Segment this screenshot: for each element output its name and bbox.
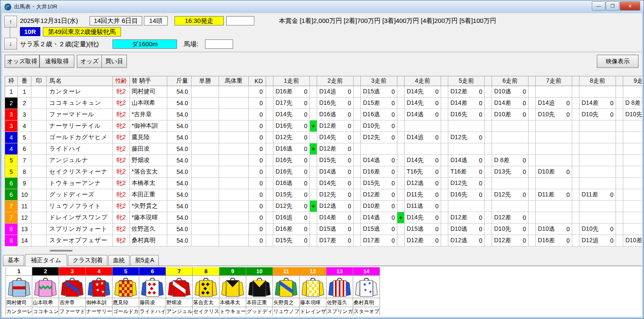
cell-jockey: 野畑凌 (130, 155, 167, 166)
cell-run (623, 143, 642, 155)
table-row[interactable]: 813スプリンガフォート牝2佐野遥久54.00D16差0D15逃0D15逃0D1… (5, 224, 642, 235)
tab-class-betsu[interactable]: クラス別着 (68, 255, 107, 266)
svg-text:◆: ◆ (148, 290, 152, 295)
race-nav-up-button[interactable]: ↑ (4, 16, 17, 28)
table-row[interactable]: 610グッドディーズ牝2本田正重54.00D15先0D12先0D12差0D11先… (5, 189, 642, 201)
table-row[interactable]: 34ナーサリーテイル牝2*御神本訓54.00D16先0+D12差0D10先0 (5, 120, 642, 132)
tab-hosei-time[interactable]: 補正タイム (25, 254, 67, 266)
race-nav-down-button[interactable]: ↓ (4, 38, 17, 50)
cell-horse-name: ライドハイ (47, 143, 113, 155)
cell-run-sep (529, 224, 536, 235)
tab-ketto[interactable]: 血統 (108, 255, 129, 266)
silk-jockey-name: 佐野遥久 (326, 298, 353, 307)
cell-body-weight (219, 212, 249, 224)
col-header-sep (485, 76, 492, 86)
cell-mark (31, 166, 47, 178)
cell-run (536, 143, 572, 155)
cell-kd: 0 (249, 143, 266, 155)
cell-kd: 0 (249, 120, 266, 132)
kaime-button[interactable]: 買い目 (101, 55, 127, 68)
silk-image (59, 276, 85, 298)
odds-button[interactable]: オッズ (77, 55, 102, 68)
minimize-button[interactable]: — (592, 1, 605, 11)
table-row[interactable]: 58セイクリスティーナ牝2*落合玄太54.00D16先0D14逃0D16差0T1… (5, 166, 642, 178)
flash-fetch-button[interactable]: 速報取得 (39, 55, 74, 68)
table-row[interactable]: 711リュウノフライト牝2*矢野貴之54.00D12先0+D12逃0D10差0D… (5, 201, 642, 212)
silk-horse-name: スターオブフェザー (353, 307, 380, 316)
cell-kd: 0 (249, 235, 266, 246)
cell-run-sep (572, 86, 579, 98)
silk-horse-number: 2 (32, 267, 59, 276)
cell-weight: 54.0 (167, 178, 191, 189)
col-header: 印 (31, 76, 47, 86)
col-header: 1走前 (273, 76, 310, 86)
table-row[interactable]: 45ゴールドカグヤヒメ牝2鷹見陸54.00D12先0D14先0D12先0D14追… (5, 132, 642, 143)
cell-sex-age: 牝2 (113, 120, 130, 132)
cell-run-sep (397, 109, 405, 120)
col-header: 4走前 (405, 76, 441, 86)
cell-run: D16差0 (361, 166, 397, 178)
video-display-button[interactable]: 映像表示 (597, 55, 638, 68)
cell-win-odds (191, 166, 219, 178)
prize-money: 本賞金 [1着]2,000万円 [2着]700万円 [3着]400万円 [4着]… (279, 17, 496, 25)
cell-sex-age: 牝2 (113, 109, 130, 120)
cell-run (536, 120, 572, 132)
cell-kd: 0 (249, 201, 266, 212)
silk-horse-number: 14 (353, 267, 380, 276)
cell-weight: 54.0 (167, 120, 191, 132)
cell-weight: 54.0 (167, 201, 191, 212)
cell-run (579, 132, 616, 143)
silk-image (32, 276, 59, 298)
odds-fetch-button[interactable]: オッズ取得 (5, 55, 39, 68)
table-row[interactable]: 69トウキョーアンナ牝2本橋孝太54.00D16逃0D14先0D15先0D12逃… (5, 178, 642, 189)
reserve-box (226, 16, 254, 25)
silk-horse-number: 12 (300, 267, 326, 276)
cell-body-weight (219, 132, 249, 143)
cell-run (623, 166, 642, 178)
cell-run-sep (441, 189, 448, 201)
hscrollbar-thumb[interactable] (50, 250, 73, 252)
cell-run: D12先0 (448, 178, 485, 189)
silk-jockey-name: 藤本現暉 (300, 298, 326, 307)
cell-run: D15先0 (361, 178, 397, 189)
table-row[interactable]: 11カンターレ牝2岡村健司54.00D16差0D14追0D15逃0D14先0D1… (5, 86, 642, 98)
cell-run-sep (441, 98, 448, 109)
cell-run-sep (266, 224, 273, 235)
cell-run-sep (529, 235, 536, 246)
hscrollbar[interactable] (5, 248, 642, 253)
close-button[interactable]: ✕ (620, 1, 640, 11)
cell-run: D14先0 (405, 98, 441, 109)
cell-run-sep (266, 189, 273, 201)
maximize-button[interactable]: ❐ (606, 1, 619, 11)
cell-mark (31, 212, 47, 224)
table-row[interactable]: 57アンジュルナ牝2野畑凌54.00D16先0D15先0D14逃0D14先0D1… (5, 155, 642, 166)
cell-weight: 54.0 (167, 155, 191, 166)
table-row[interactable]: 22ココキュンキュン牝2山本咲希54.00D17先0D16先0D15差0D14先… (5, 98, 642, 109)
tab-zen5so-a[interactable]: 前5走A (130, 255, 159, 266)
table-row[interactable]: 814スターオブフェザー牝2桑村真明54.00D15先0D17差0D17差0D1… (5, 235, 642, 246)
cell-run-sep (572, 166, 579, 178)
cell-run: D11先0 (405, 189, 441, 201)
table-row[interactable]: 712ドレインザスワンプ牝2*藤本現暉54.00D16追0D14差0D14逃0+… (5, 212, 642, 224)
silk-column: 7 野畑凌アンジュルナ (166, 267, 193, 316)
cell-jockey: *藤本現暉 (130, 212, 167, 224)
silk-horse-number: 8 (193, 267, 219, 276)
table-row[interactable]: 46ライドハイ牝2藤田凌54.00D16逃0+D12差0 (5, 143, 642, 155)
silk-horse-name: ファーマドール (59, 307, 85, 316)
cell-body-weight (219, 189, 249, 201)
silk-horse-number: 9 (219, 267, 246, 276)
cell-run-sep (310, 235, 317, 246)
cell-run-sep (354, 166, 361, 178)
col-header: 性齢 (113, 76, 130, 86)
silk-column: 4 ★★★★ 御神本訓ナーサリーテイル (86, 267, 112, 316)
table-header-row: 枠番印馬名性齢替 騎手斤量単勝馬体重KD1走前2走前3走前4走前5走前6走前7走… (5, 76, 642, 86)
cell-run: D15逃0 (405, 224, 441, 235)
table-row[interactable]: 33ファーマドール牝2*吉井章54.00D14先0D16逃0D16逃0D14逃0… (5, 109, 642, 120)
cell-run (536, 201, 572, 212)
cell-win-odds (191, 120, 219, 132)
cell-mark (31, 155, 47, 166)
cell-run (623, 224, 642, 235)
cell-run-sep (616, 224, 623, 235)
silk-image (273, 276, 299, 298)
tab-basic[interactable]: 基本 (3, 255, 24, 266)
